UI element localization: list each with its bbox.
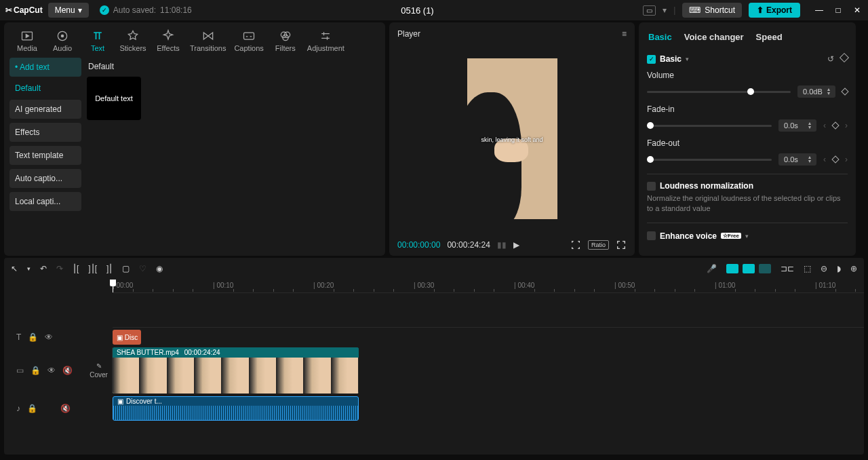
zoom-in-icon[interactable]: ⊕	[850, 264, 857, 273]
audio-track-lane[interactable]: ▣Discover t...	[113, 394, 864, 423]
mute-icon[interactable]: 🔇	[62, 366, 73, 375]
fullscreen-icon[interactable]	[616, 239, 627, 250]
magnet-icon[interactable]: ⊐⊏	[781, 264, 794, 273]
default-text-thumb[interactable]: Default text	[87, 77, 141, 120]
export-button[interactable]: ⬆ Export	[749, 3, 800, 18]
text-clip[interactable]: ▣ Disc	[113, 330, 141, 345]
link-icon[interactable]: ⬚	[804, 264, 811, 273]
delete-tool[interactable]: ▢	[122, 264, 130, 273]
loudness-checkbox[interactable]	[647, 182, 656, 191]
text-track-icon[interactable]: T	[16, 332, 21, 342]
fadeout-slider[interactable]	[647, 159, 772, 161]
track-chip-1[interactable]	[726, 264, 738, 273]
playhead[interactable]	[113, 280, 113, 292]
reset-icon[interactable]: ↺	[827, 54, 834, 64]
sidebar-item-template[interactable]: Text template	[9, 146, 81, 165]
minimize-button[interactable]: —	[814, 5, 825, 15]
basic-checkbox[interactable]: ✓	[647, 55, 656, 64]
tab-voice-changer[interactable]: Voice changer	[684, 32, 744, 42]
audio-clip[interactable]: ▣Discover t...	[113, 396, 359, 421]
shortcut-button[interactable]: ⌨ Shortcut	[682, 3, 742, 18]
chevron-down-icon[interactable]: ▾	[745, 233, 749, 239]
add-text-button[interactable]: • Add text	[9, 58, 81, 77]
keyframe-icon[interactable]	[831, 121, 839, 129]
track-chip-2[interactable]	[743, 264, 755, 273]
layout-icon[interactable]: ▭	[643, 5, 656, 16]
sidebar-item-localcaption[interactable]: Local capti...	[9, 192, 81, 211]
menu-button[interactable]: Menu ▾	[48, 3, 89, 18]
prev-keyframe-icon[interactable]: ‹	[823, 121, 826, 130]
chevron-down-icon[interactable]: ▾	[686, 56, 689, 62]
prev-keyframe-icon[interactable]: ‹	[823, 155, 826, 164]
ratio-button[interactable]: Ratio	[588, 240, 609, 250]
play-button[interactable]: ▶	[513, 240, 519, 250]
text-track-lane[interactable]: ▣ Disc	[113, 327, 864, 347]
add-text-label: Add text	[20, 62, 50, 72]
video-track-icon[interactable]: ▭	[16, 366, 24, 375]
keyframe-icon[interactable]	[831, 155, 839, 163]
library-content: Default Default text	[87, 58, 380, 250]
undo-button[interactable]: ↶	[40, 264, 47, 273]
eye-icon[interactable]: 👁	[47, 366, 56, 375]
hamburger-icon[interactable]: ≡	[622, 29, 627, 39]
fadein-slider[interactable]	[647, 125, 772, 127]
lock-icon[interactable]: 🔒	[31, 366, 41, 375]
cover-button[interactable]: ✎ Cover	[85, 347, 113, 394]
tool-chevron[interactable]: ▾	[27, 265, 31, 272]
redo-button[interactable]: ↷	[56, 264, 63, 273]
next-keyframe-icon[interactable]: ›	[845, 155, 848, 164]
enhance-checkbox[interactable]	[647, 231, 656, 240]
sidebar-item-ai[interactable]: AI generated	[9, 100, 81, 119]
lock-icon[interactable]: 🔒	[27, 404, 37, 413]
keyframe-icon[interactable]	[840, 53, 849, 62]
volume-slider[interactable]	[647, 91, 791, 93]
tab-filters[interactable]: Filters	[268, 26, 303, 55]
tab-effects[interactable]: Effects	[151, 26, 186, 55]
split-left-tool[interactable]: ]⎮[	[88, 264, 97, 273]
tab-stickers[interactable]: Stickers	[115, 26, 151, 55]
zoom-out-icon[interactable]: ⊖	[821, 264, 827, 273]
timeline-ruler[interactable]: | 00:00| 00:10| 00:20| 00:30| 00:40| 00:…	[113, 280, 864, 293]
tab-text[interactable]: Text	[80, 26, 115, 55]
compare-icon[interactable]: ▮▮	[497, 240, 507, 250]
next-keyframe-icon[interactable]: ›	[845, 121, 848, 130]
fadein-value[interactable]: 0.0s▴▾	[778, 119, 816, 132]
volume-value[interactable]: 0.0dB▴▾	[797, 85, 835, 98]
scan-icon[interactable]	[570, 239, 581, 250]
eye-icon[interactable]: 👁	[45, 332, 53, 342]
split-right-tool[interactable]: ]⎮	[106, 264, 113, 273]
tab-media[interactable]: Media	[9, 26, 45, 55]
stepper-icon[interactable]: ▴▾	[808, 155, 811, 164]
video-track-lane[interactable]: SHEA BUTTER.mp400:00:24:24	[113, 347, 864, 394]
tab-captions[interactable]: Captions	[230, 26, 267, 55]
close-button[interactable]: ✕	[852, 5, 863, 15]
split-tool[interactable]: ⎮[	[73, 264, 79, 273]
chevron-down-icon[interactable]: ▾	[663, 5, 667, 15]
favorite-tool[interactable]: ♡	[139, 264, 146, 273]
track-chip-3[interactable]	[759, 264, 771, 273]
tab-audio[interactable]: Audio	[45, 26, 80, 55]
keyframe-icon[interactable]	[841, 88, 848, 95]
mute-icon[interactable]: 🔇	[60, 404, 71, 413]
fadeout-value[interactable]: 0.0s▴▾	[778, 153, 816, 166]
lock-icon[interactable]: 🔒	[28, 332, 38, 342]
autosave-label: Auto saved:	[113, 5, 156, 15]
zoom-slider-icon[interactable]: ◗	[837, 264, 841, 273]
audio-track-icon[interactable]: ♪	[16, 404, 20, 413]
maximize-button[interactable]: □	[833, 5, 844, 15]
sidebar-item-default[interactable]: Default	[9, 81, 81, 96]
player-viewport[interactable]: skin, leaving it soft and	[389, 43, 635, 234]
marker-tool[interactable]: ◉	[156, 264, 163, 273]
stepper-icon[interactable]: ▴▾	[827, 88, 830, 96]
sidebar-item-autocaption[interactable]: Auto captio...	[9, 169, 81, 188]
video-clip[interactable]: SHEA BUTTER.mp400:00:24:24	[113, 347, 359, 394]
tab-adjustment[interactable]: Adjustment	[303, 26, 349, 55]
sidebar-item-effects[interactable]: Effects	[9, 123, 81, 142]
mic-icon[interactable]: 🎤	[707, 264, 717, 273]
selection-tool[interactable]: ↖	[11, 264, 18, 273]
tab-basic[interactable]: Basic	[648, 32, 672, 42]
tab-speed[interactable]: Speed	[756, 32, 783, 42]
property-label: Fade-in	[647, 104, 848, 114]
tab-transitions[interactable]: Transitions	[186, 26, 230, 55]
stepper-icon[interactable]: ▴▾	[808, 121, 811, 130]
